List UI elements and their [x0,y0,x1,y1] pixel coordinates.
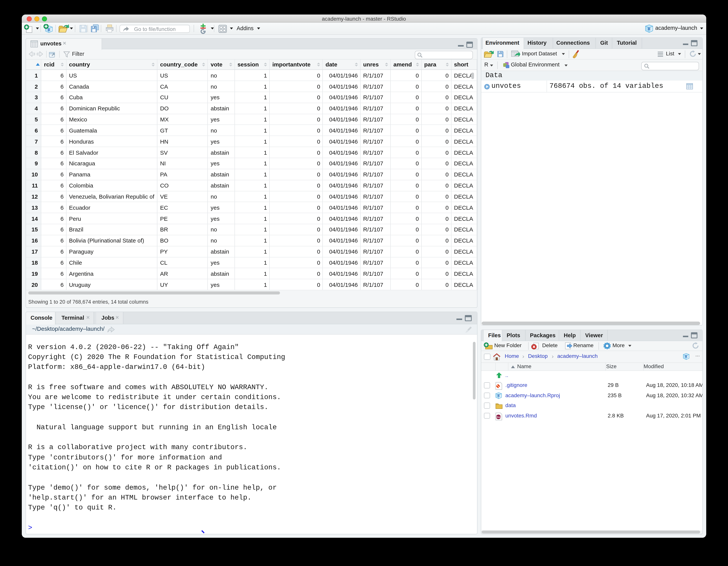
svg-text:R: R [47,27,50,32]
svg-text:R: R [497,394,500,398]
svg-text:Rmd: Rmd [496,416,500,418]
svg-text:R: R [685,354,688,358]
svg-text:R: R [647,26,651,31]
